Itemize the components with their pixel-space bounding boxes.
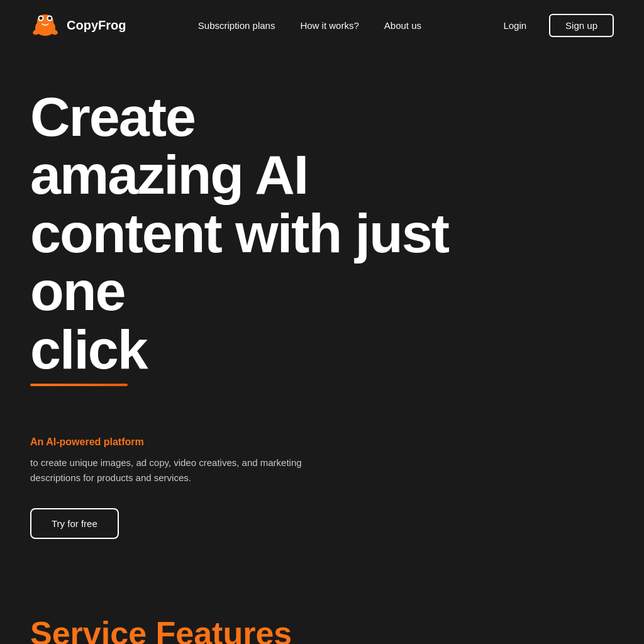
try-for-free-button[interactable]: Try for free: [30, 508, 119, 539]
hero-section: Create amazing AI content with just one …: [0, 50, 644, 589]
hero-title-line1: Create: [30, 86, 195, 148]
frog-icon: [30, 10, 60, 40]
hero-title-line4: click: [30, 318, 147, 380]
hero-title-underline: [30, 384, 128, 386]
brand-name: CopyFrog: [67, 18, 126, 33]
svg-point-5: [48, 17, 52, 20]
service-features-title: Service Features: [30, 614, 614, 644]
nav-actions: Login Sign up: [493, 14, 614, 37]
hero-title: Create amazing AI content with just one …: [30, 88, 546, 379]
signup-button[interactable]: Sign up: [549, 14, 614, 37]
service-features-section: Service Features CopyFrog the AI-powered…: [0, 589, 644, 644]
hero-subtitle: An AI-powered platform: [30, 436, 307, 448]
hero-title-line2: amazing AI: [30, 143, 308, 206]
hero-body: to create unique images, ad copy, video …: [30, 455, 307, 486]
nav-links: Subscription plans How it works? About u…: [198, 20, 421, 31]
nav-subscription-plans[interactable]: Subscription plans: [198, 20, 275, 31]
hero-description: An AI-powered platform to create unique …: [30, 436, 307, 539]
hero-title-line3: content with just one: [30, 202, 448, 322]
login-button[interactable]: Login: [493, 15, 536, 36]
brand-logo[interactable]: CopyFrog: [30, 10, 126, 40]
nav-how-it-works[interactable]: How it works?: [300, 20, 358, 31]
nav-about-us[interactable]: About us: [384, 20, 421, 31]
svg-point-4: [40, 17, 43, 20]
navbar: CopyFrog Subscription plans How it works…: [0, 0, 644, 50]
